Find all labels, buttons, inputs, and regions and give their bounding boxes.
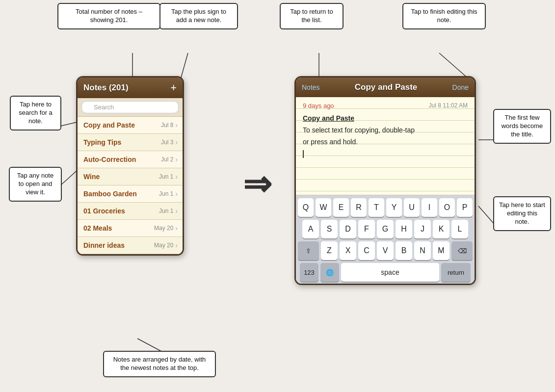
note-title: 02 Meals <box>83 224 154 232</box>
back-button[interactable]: Notes <box>302 83 320 91</box>
callout-title-words: The first few words become the title. <box>493 109 551 144</box>
chevron-icon: › <box>175 241 178 249</box>
chevron-icon: › <box>175 224 178 232</box>
key-o[interactable]: O <box>439 198 455 217</box>
key-q[interactable]: Q <box>298 198 314 217</box>
detail-title: Copy and Paste <box>355 82 418 92</box>
done-button[interactable]: Done <box>452 83 469 91</box>
callout-search: Tap here to search for a note. <box>10 96 61 131</box>
key-d[interactable]: D <box>340 220 356 238</box>
callout-start-editing: Tap here to start editing this note. <box>493 196 551 231</box>
transition-arrow: ⇒ <box>243 167 272 201</box>
key-l[interactable]: L <box>451 220 468 238</box>
key-s[interactable]: S <box>321 220 338 238</box>
note-title: Auto-Correction <box>83 156 161 163</box>
note-body: Copy and Paste To select text for copyin… <box>303 112 468 159</box>
note-date: Jul 2 <box>161 156 173 163</box>
callout-finish-editing: Tap to finish editing this note. <box>402 3 486 29</box>
callout-title-words-text: The first few words become the title. <box>502 114 543 138</box>
note-list-item[interactable]: Bamboo Garden Jun 1 › <box>78 185 183 203</box>
key-t[interactable]: T <box>369 198 384 217</box>
key-e[interactable]: E <box>333 198 349 217</box>
keyboard-row-2: ASDFGHJKL <box>298 220 473 238</box>
key-v[interactable]: V <box>377 241 394 260</box>
note-detail-phone: Notes Copy and Paste Done 9 days ago Jul… <box>294 76 476 285</box>
key-j[interactable]: J <box>414 220 431 238</box>
note-date: Jul 3 <box>161 139 173 146</box>
note-list-item[interactable]: 02 Meals May 20 › <box>78 220 183 237</box>
key-z[interactable]: Z <box>321 241 338 260</box>
search-bar: 🔍 Search <box>78 98 183 117</box>
key-i[interactable]: I <box>422 198 437 217</box>
body-line1: Copy and Paste <box>303 114 354 122</box>
chevron-icon: › <box>175 121 178 129</box>
key-a[interactable]: A <box>302 220 319 238</box>
note-meta: 9 days ago Jul 8 11:02 AM <box>303 102 468 109</box>
globe-key[interactable]: 🌐 <box>320 263 339 282</box>
note-list-item[interactable]: Wine Jun 1 › <box>78 168 183 185</box>
relative-time: 9 days ago <box>303 102 334 109</box>
key-w[interactable]: W <box>316 198 331 217</box>
key-f[interactable]: F <box>358 220 375 238</box>
key-b[interactable]: B <box>396 241 412 260</box>
note-content-area[interactable]: 9 days ago Jul 8 11:02 AM Copy and Paste… <box>296 97 475 195</box>
add-note-button[interactable]: + <box>170 82 177 93</box>
chevron-icon: › <box>175 173 178 181</box>
note-title: Wine <box>83 173 159 181</box>
key-k[interactable]: K <box>433 220 449 238</box>
notes-list: Copy and Paste Jul 8 › Typing Tips Jul 3… <box>78 117 183 254</box>
note-date: Jul 8 <box>161 122 173 129</box>
search-input[interactable]: Search <box>81 101 179 113</box>
callout-open-note: Tap any note to open and view it. <box>9 167 62 202</box>
note-list-item[interactable]: Auto-Correction Jul 2 › <box>78 151 183 168</box>
svg-line-1 <box>180 53 188 81</box>
key-m[interactable]: M <box>433 241 449 260</box>
keyboard-row-3: ⇧ ZXCVBNM⌫ <box>298 241 473 260</box>
body-line3: or press and hold. <box>303 138 358 146</box>
key-h[interactable]: H <box>396 220 412 238</box>
note-title: Copy and Paste <box>83 121 161 129</box>
keyboard: QWERTYUIOP ASDFGHJKL ⇧ ZXCVBNM⌫ 123🌐spac… <box>296 195 475 284</box>
callout-open-note-text: Tap any note to open and view it. <box>17 172 53 196</box>
note-date: May 20 <box>154 225 173 232</box>
note-title: Typing Tips <box>83 138 161 146</box>
callout-finish-editing-text: Tap to finish editing this note. <box>411 8 477 24</box>
key-c[interactable]: C <box>358 241 375 260</box>
key-u[interactable]: U <box>404 198 420 217</box>
note-list-item[interactable]: Dinner ideas May 20 › <box>78 237 183 254</box>
chevron-icon: › <box>175 207 178 215</box>
shift-key[interactable]: ⇧ <box>298 241 319 260</box>
chevron-icon: › <box>175 190 178 198</box>
callout-total-notes: Total number of notes – showing 201. <box>57 3 160 29</box>
callout-total-notes-text: Total number of notes – showing 201. <box>76 8 142 24</box>
numbers-key[interactable]: 123 <box>300 263 318 282</box>
key-r[interactable]: R <box>351 198 367 217</box>
search-placeholder: Search <box>94 104 114 111</box>
key-n[interactable]: N <box>414 241 431 260</box>
note-list-item[interactable]: Typing Tips Jul 3 › <box>78 134 183 151</box>
key-y[interactable]: Y <box>386 198 402 217</box>
callout-arranged-text: Notes are arranged by date, with the new… <box>113 356 206 371</box>
callout-start-editing-text: Tap here to start editing this note. <box>499 201 545 225</box>
note-list-item[interactable]: Copy and Paste Jul 8 › <box>78 117 183 134</box>
note-date: Jun 1 <box>159 190 173 197</box>
keyboard-row-1: QWERTYUIOP <box>298 198 473 217</box>
backspace-key[interactable]: ⌫ <box>451 241 473 260</box>
callout-add-note-text: Tap the plus sign to add a new note. <box>171 8 226 24</box>
note-list-item[interactable]: 01 Groceries Jun 1 › <box>78 203 183 220</box>
note-date: Jun 1 <box>159 173 173 180</box>
note-title: Bamboo Garden <box>83 190 159 198</box>
space-key[interactable]: space <box>341 263 439 282</box>
detail-header: Notes Copy and Paste Done <box>296 78 475 97</box>
note-title: Dinner ideas <box>83 241 154 249</box>
key-g[interactable]: G <box>377 220 394 238</box>
key-p[interactable]: P <box>457 198 473 217</box>
callout-return-list-text: Tap to return to the list. <box>290 8 333 24</box>
keyboard-bottom-row: 123🌐spacereturn <box>298 263 473 282</box>
note-date: May 20 <box>154 242 173 249</box>
return-key[interactable]: return <box>441 263 471 282</box>
notes-list-phone: Notes (201) + 🔍 Search Copy and Paste Ju… <box>76 76 184 256</box>
body-line2: To select text for copying, double-tap <box>303 126 415 134</box>
text-cursor <box>303 150 304 158</box>
key-x[interactable]: X <box>340 241 356 260</box>
